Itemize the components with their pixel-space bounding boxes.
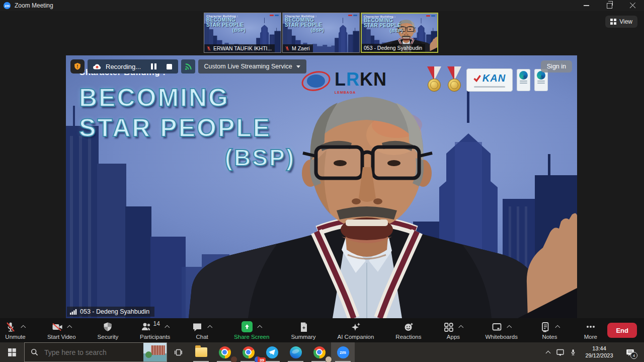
ai-companion-button[interactable]: AI Companion [338, 321, 374, 340]
chat-button[interactable]: Chat [192, 321, 212, 340]
mini-slide-line3: (BSP) [285, 28, 324, 33]
zoom-taskbar-icon[interactable]: zm [331, 342, 355, 362]
notes-icon [539, 321, 550, 332]
chrome-icon-2[interactable] [236, 342, 260, 362]
video-options-chevron[interactable] [67, 324, 72, 329]
summary-label: Summary [291, 334, 315, 340]
start-button[interactable] [0, 342, 24, 362]
minimize-button[interactable] [575, 0, 598, 11]
thumbnail-mzaeri[interactable]: Character Building : BECOMING STAR PEOPL… [282, 13, 360, 53]
participants-button[interactable]: 14 Participants [140, 321, 170, 340]
thumbnail-dedeng-active-speaker[interactable]: Character Building : BECOMING STAR PEOPL… [361, 13, 438, 53]
tray-cast-icon[interactable] [554, 342, 567, 362]
participants-options-chevron[interactable] [165, 324, 170, 329]
reactions-button[interactable]: Reactions [395, 321, 421, 340]
telegram-icon[interactable]: 39 [260, 342, 284, 362]
thumbnail-name-bar: M Zaeri [283, 44, 313, 52]
view-button-label: View [619, 18, 632, 25]
share-options-chevron[interactable] [258, 324, 262, 329]
apps-button[interactable]: Apps [443, 321, 463, 340]
dropdown-caret-icon [296, 65, 300, 68]
clock-date: 29/12/2023 [581, 352, 618, 359]
lrkn-globe-icon [301, 71, 331, 91]
mini-logos [270, 15, 279, 16]
more-label: More [584, 334, 597, 340]
task-view-button[interactable] [167, 342, 189, 362]
encryption-shield-button[interactable] [70, 59, 85, 74]
more-button[interactable]: More [582, 321, 600, 340]
participant-name: M Zaeri [292, 45, 310, 51]
mini-slide-line3: (BSP) [206, 28, 246, 33]
streaming-service-dropdown[interactable]: Custom Live Streaming Service [198, 59, 306, 74]
more-dots-icon [585, 321, 596, 332]
notes-options-chevron[interactable] [555, 324, 560, 329]
lrkn-letter: R [346, 69, 360, 90]
telegram-unread-badge: 39 [258, 357, 266, 362]
taskbar-search[interactable] [24, 342, 167, 362]
broadcast-icon [184, 62, 192, 70]
participant-name: ERWAN TAUFIK IKHTI... [213, 45, 272, 51]
security-shield-icon [102, 321, 113, 332]
clock-time: 13:44 [581, 345, 618, 352]
unmute-button[interactable]: Unmute [5, 321, 26, 340]
muted-mic-icon [285, 46, 290, 51]
search-input[interactable] [43, 348, 143, 357]
pause-recording-button[interactable] [151, 63, 156, 69]
start-video-button[interactable]: Start Video [47, 321, 76, 340]
whiteboards-label: Whiteboards [485, 334, 518, 340]
share-screen-button[interactable]: Share Screen [234, 321, 269, 340]
chrome-icon-1[interactable] [213, 342, 236, 362]
iso-badge [517, 69, 530, 91]
warning-shield-icon [73, 62, 82, 70]
summary-button[interactable]: Summary [291, 321, 315, 340]
streaming-service-label: Custom Live Streaming Service [204, 63, 292, 70]
kan-accreditation-badge: KAN [466, 68, 513, 92]
recording-indicator: Recording... [88, 59, 178, 74]
edge-icon[interactable] [284, 342, 307, 362]
medal-icon [446, 66, 462, 95]
apps-options-chevron[interactable] [459, 324, 463, 329]
stop-recording-button[interactable] [167, 64, 172, 69]
search-highlight-image[interactable] [143, 343, 167, 361]
window-title: Zoom Meeting [15, 2, 53, 9]
mini-slide-line2: STAR PEOPLE [285, 23, 324, 28]
certification-badges: KAN [426, 66, 548, 95]
view-button[interactable]: View [605, 16, 637, 28]
restore-button[interactable] [598, 0, 621, 11]
task-view-icon [174, 348, 183, 357]
zoom-app-icon: zm [4, 2, 11, 9]
tray-mic-icon[interactable] [567, 342, 579, 362]
whiteboards-button[interactable]: Whiteboards [485, 321, 518, 340]
taskbar-clock[interactable]: 13:44 29/12/2023 [579, 345, 619, 359]
notification-center-button[interactable]: 4 [619, 342, 640, 362]
mini-slide-line2: STAR PEOPLE [206, 23, 246, 28]
unmute-options-chevron[interactable] [21, 324, 26, 329]
system-tray: 13:44 29/12/2023 4 [541, 342, 644, 362]
close-button[interactable] [621, 0, 644, 11]
security-button[interactable]: Security [98, 321, 119, 340]
file-explorer-icon[interactable] [189, 342, 213, 362]
restore-icon [607, 3, 612, 9]
chrome-icon-3[interactable] [307, 342, 331, 362]
participant-thumbnails: Character Building : BECOMING STAR PEOPL… [204, 13, 438, 53]
ai-sparkle-icon [350, 321, 361, 332]
thumbnail-name-bar: ERWAN TAUFIK IKHTI... [204, 44, 275, 52]
thumbnail-name-bar: 053 - Dedeng Syahbudin [362, 44, 425, 52]
title-bar: zm Zoom Meeting [0, 0, 644, 11]
medal-icon [426, 66, 442, 95]
apps-icon [443, 321, 454, 332]
kan-check-icon [473, 75, 481, 82]
notes-button[interactable]: Notes [539, 321, 560, 340]
chat-options-chevron[interactable] [208, 324, 212, 329]
lrkn-letter: L [335, 69, 346, 90]
muted-mic-icon [206, 46, 211, 51]
whiteboards-options-chevron[interactable] [507, 324, 512, 329]
sign-in-button[interactable]: Sign in [541, 60, 572, 73]
end-meeting-button[interactable]: End [607, 323, 637, 338]
recording-label: Recording... [106, 63, 141, 70]
tray-expand-chevron[interactable] [541, 342, 554, 362]
thumbnail-erwan[interactable]: Character Building : BECOMING STAR PEOPL… [204, 13, 281, 53]
live-stream-button[interactable] [181, 59, 195, 74]
zoom-meeting-window: zm Zoom Meeting Character Building : BEC… [0, 0, 644, 362]
ai-companion-label: AI Companion [338, 334, 374, 340]
